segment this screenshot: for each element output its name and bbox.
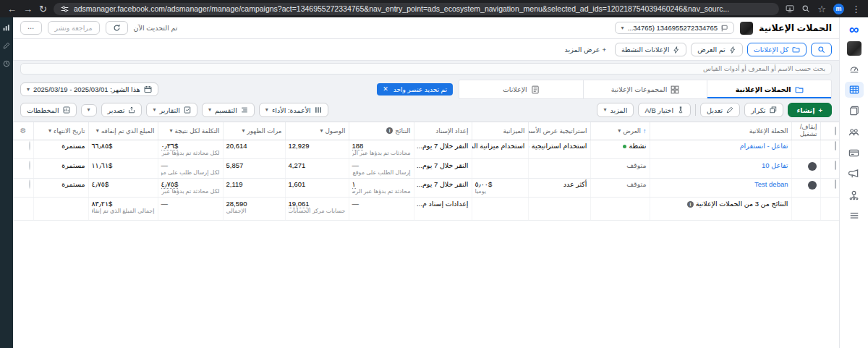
bid-strategy-cell: أكثر عدد [528,178,590,198]
col-delivery[interactable]: ↑ العرض ▾ [590,122,650,140]
col-amount-spent[interactable]: المبلغ الذي تم إنفاقه ▾ [88,122,158,140]
chevron-down-icon: ▾ [265,107,268,113]
bid-strategy-cell [528,159,590,179]
back-icon[interactable]: ← [7,4,17,14]
pencil-icon[interactable] [3,42,10,49]
create-button[interactable]: + إنشاء [788,103,832,117]
impressions-value: 20,614 [223,140,285,159]
search-row: بحث حسب الاسم أو المعرف أو أدوات القياس [13,61,839,77]
results-sub: محادثة تم بدؤها عبر الرسائل [352,188,411,195]
end-date-value: مستمرة [33,140,88,159]
export-label: تصدير [108,106,125,114]
ad-account-selector[interactable]: ...34765) 1346955272334765 ▾ [615,22,734,34]
reach-value: 12,929 [285,140,349,159]
send-to-device-icon[interactable] [786,4,794,13]
address-bar[interactable]: adsmanager.facebook.com/adsmanager/manag… [54,3,779,15]
tabs-row: الحملات الإعلانية المجموعات الإعلانية ال… [20,80,832,99]
billing-icon[interactable] [845,145,864,161]
review-publish-button[interactable]: مراجعة ونشر [48,21,100,35]
campaign-link[interactable]: Test deban [754,180,788,188]
show-more-filters[interactable]: + عرض المزيد [561,43,611,56]
impressions-value: 5,857 [223,159,285,179]
megaphone-icon[interactable] [845,166,864,182]
col-campaign[interactable]: الحملة الإعلانية [650,122,791,140]
export-button[interactable]: تصدير [101,103,142,117]
reach-total[interactable]: 19,061 [289,200,310,208]
close-icon[interactable]: ✕ [383,86,388,93]
row-checkbox[interactable] [835,141,836,150]
chevron-down-icon: ▾ [88,107,90,113]
ads-manager-app: ∞ الحملات الإعلانية [0,17,868,348]
filter-all-ads[interactable]: كل الإعلانات [747,43,807,56]
tab-ads[interactable]: الإعلانات [459,80,583,98]
col-toggle: إيقاف/ تشغيل [791,122,820,140]
breakdown-button[interactable]: التقسيم ▾ [202,103,255,117]
show-more-label: عرض المزيد [565,46,600,54]
filter-active-ads-label: الإعلانات النشطة [621,46,669,54]
end-date-value: مستمرة [33,178,88,198]
reach-value: 1,601 [285,178,349,198]
search-button[interactable] [811,43,832,56]
selection-badge[interactable]: تم تحديد عنصر واحد ✕ [377,83,453,96]
site-settings-icon[interactable] [61,5,69,13]
filter-had-delivery[interactable]: تم العرض [691,43,742,56]
col-bid-strategy[interactable]: استراتيجية عرض الأسعار ▾ [528,122,590,140]
campaigns-nav-icon[interactable] [845,82,864,98]
campaign-link[interactable]: تفاعل - انستقرام [740,142,788,150]
col-end-date[interactable]: تاريخ الانتهاء ▾ [33,122,88,140]
flag-icon [721,25,728,32]
search-input[interactable]: بحث حسب الاسم أو المعرف أو أدوات القياس [20,63,832,75]
app-header: الحملات الإعلانية ...34765) 134695527233… [13,17,839,39]
columns-button[interactable]: الأعمدة: الأداء ▾ [259,103,328,117]
select-all-checkbox[interactable] [835,127,836,135]
filters-bar: كل الإعلانات تم العرض الإعلانات النشطة +… [13,39,839,61]
campaign-link[interactable]: تفاعل 10 [762,161,788,169]
impressions-total-sub: الإجمالي [226,208,282,215]
filter-active-ads[interactable]: الإعلانات النشطة [615,43,686,56]
clock-icon[interactable] [3,60,10,67]
ab-test-button[interactable]: اختيار A/B [638,103,691,117]
browser-menu-icon[interactable]: ⋮ [851,4,861,14]
row-checkbox[interactable] [835,179,836,189]
all-tools-menu-icon[interactable] [845,208,864,224]
col-reach[interactable]: الوصول ▾ [285,122,349,140]
date-range-picker[interactable]: هذا الشهر: 2025/03/01 - 2025/03/19 ▾ [20,82,158,96]
column-settings-gear-icon[interactable]: ⚙ [13,122,33,140]
row-checkbox[interactable] [835,161,836,170]
ads-settings-icon[interactable] [845,187,864,203]
results-total: — [352,200,359,208]
ab-test-label: اختيار A/B [644,106,673,114]
bar-chart-icon[interactable] [3,24,10,31]
tab-adsets[interactable]: المجموعات الإعلانية [583,80,707,98]
reports-button[interactable]: التقارير ▾ [146,103,197,117]
table-header-row: إيقاف/ تشغيل الحملة الإعلانية ↑ العرض ▾ … [13,122,839,140]
tab-campaigns[interactable]: الحملات الإعلانية [707,80,831,98]
edit-button[interactable]: تعديل [700,103,740,117]
pages-icon[interactable] [845,103,864,119]
refresh-button[interactable] [106,21,128,35]
col-impressions[interactable]: مرات الظهور ▾ [223,122,285,140]
reload-icon[interactable]: ↻ [39,4,47,14]
browser-profile-avatar[interactable]: m [833,4,844,14]
header-more-button[interactable]: ⋯ [20,21,42,35]
attribution-cell: النقر خلال 7 يوم... [414,178,472,198]
forward-icon[interactable]: → [23,4,33,14]
chevron-down-icon: ▾ [242,128,245,134]
spent-value: ١١٫٦١$ [88,159,158,179]
meta-logo-icon[interactable]: ∞ [849,22,859,36]
search-zoom-icon[interactable] [801,4,810,13]
col-cost-per-result[interactable]: التكلفة لكل نتيجة ▾ [158,122,223,140]
account-overview-icon[interactable] [845,61,864,77]
charts-button[interactable]: المخططات [20,103,77,117]
col-attribution[interactable]: إعداد الإسناد [414,122,472,140]
duplicate-label: تكرار [751,106,765,114]
more-button[interactable]: المزيد ▾ [597,103,634,117]
export-options-button[interactable]: ▾ [81,104,97,116]
account-avatar[interactable] [740,22,753,35]
bookmark-star-icon[interactable]: ☆ [817,4,826,14]
col-budget[interactable]: الميزانية [472,122,528,140]
duplicate-button[interactable]: تكرار [744,103,783,117]
business-avatar[interactable] [847,41,861,56]
col-results[interactable]: النتائج [349,122,414,140]
audiences-icon[interactable] [845,124,864,140]
